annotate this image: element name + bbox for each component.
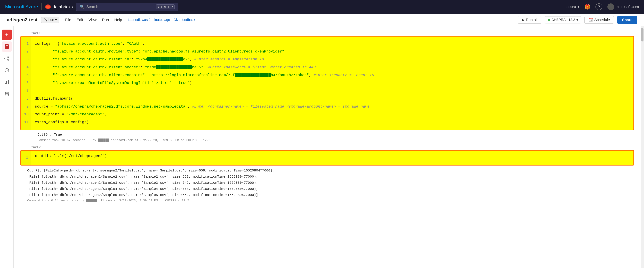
cell-2-out-line-4: FileInfo(path='dbfs:/mnt/chepragen2/Samp… [27,186,627,192]
help-icon[interactable]: ? [596,3,602,10]
cell-1-out-value: Out[6]: True [38,132,627,138]
sidebar-item-workflows[interactable] [2,53,12,64]
scrollbar-thumb[interactable] [641,28,644,41]
toolbar-right: ▶ Run all CHEPRA - 12.2 ▾ 📅 Schedule Sha… [518,16,637,24]
language-selector[interactable]: Python ▾ [41,17,60,23]
notebook-area[interactable]: Cmd 1 1234567891011 configs = {"fs.azure… [14,26,640,268]
sidebar-item-charts[interactable] [2,77,12,87]
give-feedback-link[interactable]: Give feedback [174,18,195,22]
search-box[interactable]: 🔍 Search CTRL + P [76,3,178,11]
sidebar-item-new[interactable]: + [2,30,12,40]
azure-logo: Microsoft Azure [5,4,38,9]
menu-run[interactable]: Run [100,17,111,23]
notebook-toolbar: adlsgen2-test Python ▾ File Edit View Ru… [0,13,644,26]
notebook-icon [4,44,9,49]
cluster-status-dot [548,19,550,21]
sidebar-item-notebook[interactable] [2,41,12,52]
calendar-icon: 📅 [588,18,593,22]
menu-view[interactable]: View [86,17,99,23]
user-info[interactable]: chepra ▾ [565,4,579,9]
databricks-icon [45,4,51,10]
chevron-down-icon: ▾ [55,18,57,22]
svg-point-6 [4,58,6,59]
cell-2-container: Cmd 2 1 dbutils.fs.ls("/mnt/chepragen2")… [20,145,634,202]
cell-2[interactable]: 1 dbutils.fs.ls("/mnt/chepragen2") [20,150,634,165]
cell-1-output: Out[6]: True Command took 10.67 seconds … [27,132,627,142]
run-all-button[interactable]: ▶ Run all [518,16,542,24]
svg-line-9 [6,57,8,58]
top-navbar: Microsoft Azure databricks 🔍 Search CTRL… [0,0,644,13]
settings-icon [4,104,9,109]
svg-rect-13 [6,81,7,84]
sidebar-item-settings[interactable] [2,101,12,111]
share-button[interactable]: Share [617,16,637,24]
last-edit-link[interactable]: Last edit was 2 minutes ago [128,18,170,22]
vertical-scrollbar[interactable] [640,26,644,268]
cell-2-out-line-5: FileInfo(path='dbfs:/mnt/chepragen2/Samp… [27,192,627,198]
menu-bar: File Edit View Run Help [63,17,124,23]
data-icon [4,92,9,97]
left-sidebar: + [0,26,14,268]
svg-point-8 [8,59,9,61]
cell-2-out-line-3: FileInfo(path='dbfs:/mnt/chepragen2/Samp… [27,180,627,186]
cell-1-line-numbers: 1234567891011 [21,36,31,130]
cell-2-code[interactable]: dbutils.fs.ls("/mnt/chepragen2") [31,150,111,165]
chevron-down-icon: ▾ [578,4,579,9]
cell-1-timing: Command took 10.67 seconds -- by ██████ … [38,138,627,142]
search-shortcut: CTRL + P [156,4,175,9]
cell-1[interactable]: 1234567891011 configs = {"fs.azure.accou… [20,36,634,130]
svg-rect-2 [5,44,9,49]
user-domain[interactable]: microsoft.com [608,3,639,10]
play-icon: ▶ [522,18,524,22]
svg-point-7 [8,56,9,58]
schedule-button[interactable]: 📅 Schedule [584,16,614,24]
cell-2-label: Cmd 2 [20,145,634,149]
cluster-selector[interactable]: CHEPRA - 12.2 ▾ [545,16,581,23]
chevron-down-icon: ▾ [576,18,578,22]
cell-1-container: Cmd 1 1234567891011 configs = {"fs.azure… [20,31,634,142]
notebook-title: adlsgen2-test [7,17,38,23]
svg-rect-14 [8,80,9,84]
menu-file[interactable]: File [63,17,74,23]
main-layout: + Cmd 1 1234567891011 confi [0,26,644,268]
cell-1-label: Cmd 1 [20,31,634,35]
top-nav-right: chepra ▾ 🎁 ? microsoft.com [565,3,639,10]
menu-help[interactable]: Help [112,17,124,23]
cell-1-code[interactable]: configs = {"fs.azure.account.auth.type":… [31,36,634,130]
svg-point-15 [5,92,9,94]
cell-2-line-numbers: 1 [21,150,31,165]
sidebar-item-history[interactable] [2,65,12,75]
menu-edit[interactable]: Edit [74,17,86,23]
databricks-logo: databricks [45,4,73,10]
search-icon: 🔍 [80,4,84,9]
svg-rect-12 [5,83,6,84]
cell-2-out-line-1: Out[7]: [FileInfo(path='dbfs:/mnt/chepra… [27,168,627,174]
cell-2-output: Out[7]: [FileInfo(path='dbfs:/mnt/chepra… [27,168,627,202]
svg-line-10 [6,59,8,60]
chart-icon [4,80,9,85]
workflow-icon [4,56,9,61]
sidebar-item-data[interactable] [2,89,12,99]
history-icon [4,68,9,73]
cell-2-out-line-2: FileInfo(path='dbfs:/mnt/chepragen2/Samp… [27,174,627,180]
cell-2-timing: Command took 0.24 seconds -- by ██████ .… [27,199,627,202]
gift-icon[interactable]: 🎁 [584,4,590,10]
